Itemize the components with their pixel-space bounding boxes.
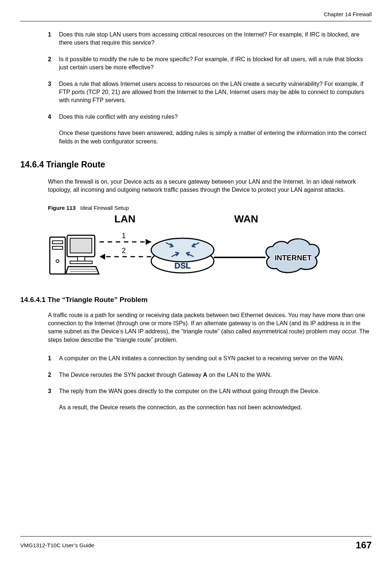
path-label-2: 2 (122, 246, 126, 255)
list-item: 2 The Device reroutes the SYN packet thr… (48, 371, 372, 379)
item-text: Does this rule stop LAN users from acces… (59, 31, 372, 47)
figure-label: Figure 113 (48, 205, 76, 211)
svg-marker-11 (146, 239, 151, 245)
subsection-closing: As a result, the Device resets the conne… (59, 403, 372, 412)
chapter-header: Chapter 14 Firewall (20, 11, 372, 17)
svg-marker-13 (100, 254, 105, 260)
diagram-svg: DSL INTERNET (48, 213, 328, 283)
wan-label: WAN (234, 213, 258, 225)
item-text: Does this rule conflict with any existin… (59, 113, 372, 121)
item-number: 3 (48, 387, 53, 395)
pc-icon (50, 235, 99, 274)
internet-cloud-icon: INTERNET (266, 239, 319, 273)
item-text: A computer on the LAN initiates a connec… (59, 354, 372, 362)
figure-title: Ideal Firewall Setup (80, 205, 129, 211)
item-text: The reply from the WAN goes directly to … (59, 387, 372, 395)
svg-text:INTERNET: INTERNET (275, 254, 312, 262)
svg-rect-6 (77, 257, 85, 261)
item-text: Is it possible to modify the rule to be … (59, 55, 372, 72)
item-text: The Device reroutes the SYN packet throu… (59, 371, 372, 379)
lan-label: LAN (114, 213, 136, 225)
item-number: 2 (48, 371, 53, 379)
guide-title: VMG1312-T10C User’s Guide (20, 542, 94, 548)
svg-rect-5 (70, 238, 92, 253)
item-text: Does a rule that allows Internet users a… (59, 80, 372, 105)
list-item: 3 Does a rule that allows Internet users… (48, 80, 372, 105)
list-item: 4 Does this rule conflict with any exist… (48, 113, 372, 121)
section-heading: 14.6.4 Triangle Route (20, 160, 372, 170)
rule-questions-list: 1 Does this rule stop LAN users from acc… (48, 31, 372, 121)
questions-closing: Once these questions have been answered,… (59, 129, 372, 146)
list-item: 1 A computer on the LAN initiates a conn… (48, 354, 372, 362)
item-number: 3 (48, 80, 53, 105)
list-item: 1 Does this rule stop LAN users from acc… (48, 31, 372, 47)
firewall-diagram: LAN WAN 1 2 (48, 213, 328, 283)
item-number: 1 (48, 31, 53, 47)
item-number: 4 (48, 113, 53, 121)
figure-caption: Figure 113 Ideal Firewall Setup (48, 205, 372, 211)
subsection-intro: A traffic route is a path for sending or… (48, 311, 372, 344)
svg-rect-7 (70, 261, 92, 264)
item-number: 2 (48, 55, 53, 72)
list-item: 2 Is it possible to modify the rule to b… (48, 55, 372, 72)
path-label-1: 1 (122, 232, 126, 240)
footer-rule (20, 536, 372, 537)
header-rule (20, 21, 372, 21)
svg-point-15 (151, 238, 214, 262)
list-item: 3 The reply from the WAN goes directly t… (48, 387, 372, 395)
item-number: 1 (48, 354, 53, 362)
subsection-heading: 14.6.4.1 The “Triangle Route” Problem (20, 296, 372, 304)
triangle-steps-list: 1 A computer on the LAN initiates a conn… (48, 354, 372, 395)
dsl-router-icon: DSL (151, 238, 214, 273)
page-footer: VMG1312-T10C User’s Guide 167 (20, 536, 372, 551)
svg-text:DSL: DSL (174, 261, 191, 270)
section-intro: When the firewall is on, your Device act… (48, 178, 372, 194)
page-number: 167 (356, 540, 372, 551)
